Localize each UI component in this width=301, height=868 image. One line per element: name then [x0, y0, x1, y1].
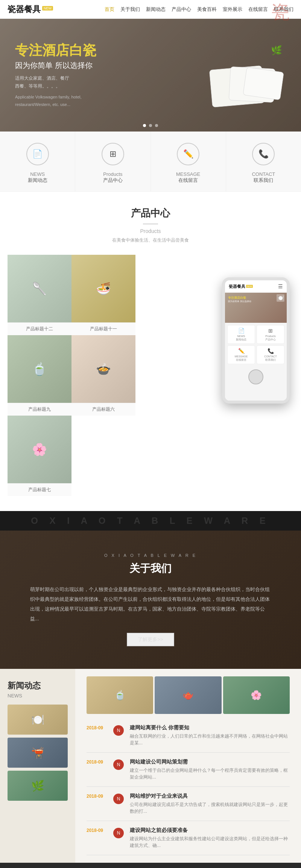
news-excerpt-1: 融合互联网的行业，人们日常的工作和生活越来越不开网络，在网络社会中网站是某...: [130, 733, 290, 746]
phone-message-label: MESSAGE在线留言: [235, 355, 248, 361]
news-content-1: 建网站离要什么 你需要知 融合互联网的行业，人们日常的工作和生活越来越不开网络，…: [130, 724, 290, 746]
plate-small: [243, 67, 284, 100]
bg-text-row: O X I A O T A B L E W A R E: [0, 511, 301, 531]
feature-products[interactable]: ⊞ Products 产品中心: [75, 132, 150, 191]
phone-feature-message[interactable]: ✏️ MESSAGE在线留言: [227, 345, 255, 364]
news-item-1[interactable]: 2018-09 N 建网站离要什么 你需要知 融合互联网的行业，人们日常的工作和…: [87, 718, 290, 753]
feature-message[interactable]: ✏️ MESSAGE 在线留言: [151, 132, 226, 191]
news-content-3: 网站维护对于企业来说具 公司在网站建设完成后不是大功告成了，搜索机钱就建设网站只…: [130, 793, 290, 815]
news-icon-2: N: [113, 759, 124, 770]
product-image-6: 🍲: [71, 335, 135, 403]
hero-dots: [143, 124, 158, 127]
news-sidebar: 新闻动态 NEWS 🍽️ 🫕 🌿: [0, 669, 75, 863]
products-content: 🥄 产品标题十二 🍜 产品标题十一 🍵 产品标题九 🍲 产品标题六 🌸 产品标题…: [8, 255, 293, 496]
hero-dot-2[interactable]: [149, 124, 152, 127]
header: 瓷器餐具 NEW 首页 关于我们 新闻动态 产品中心 美食百科 室外展示 在线留…: [0, 0, 301, 19]
feature-news[interactable]: 📄 NEWS 新闻动态: [0, 132, 75, 191]
phone-news-label: NEWS新闻动态: [236, 334, 246, 341]
news-label-zh: 新闻动态: [28, 177, 47, 184]
product-item-12[interactable]: 🥄 产品标题十二: [8, 255, 71, 335]
news-images: 🍽️ 🫕 🌿: [8, 705, 68, 801]
hero-banner: 专注酒店白瓷 因为你简单 所以选择你 适用大众家庭、酒店、餐厅 西餐、等等用。。…: [0, 19, 301, 132]
nav-showcase[interactable]: 室外展示: [223, 6, 242, 13]
news-icon-4: N: [113, 828, 124, 838]
news-content: 🍵 🫖 🌸 瓷 2018-09 N 建网站离要什么 你需要知 融合互联网的行业，…: [75, 669, 301, 863]
logo-area: 瓷器餐具 NEW: [8, 4, 53, 15]
nav-home[interactable]: 首页: [105, 6, 114, 13]
products-label-en: Products: [103, 171, 122, 177]
news-title-zh: 新闻动态: [8, 680, 68, 691]
product-item-6[interactable]: 🍲 产品标题六: [71, 335, 135, 416]
news-title-en: NEWS: [8, 693, 68, 699]
product-item-9[interactable]: 🍵 产品标题九: [8, 335, 71, 416]
main-nav: 首页 关于我们 新闻动态 产品中心 美食百科 室外展示 在线留言 联系我们: [105, 6, 293, 13]
product-item-11[interactable]: 🍜 产品标题十一: [71, 255, 135, 335]
products-title-zh: 产品中心: [8, 207, 293, 220]
news-top-img-3: 🌸: [223, 676, 290, 714]
phone-mockup: 瓷器餐具 NEW ☰ 专注酒店白瓷 因为你简单 所以选择你 🍽️ 📄 NEWS新…: [222, 277, 290, 404]
message-label-zh: 在线留言: [178, 177, 198, 184]
news-title-1: 建网站离要什么 你需要知: [130, 724, 290, 731]
news-date-1: 2018-09: [87, 725, 107, 746]
hero-dot-1[interactable]: [143, 124, 146, 127]
news-date-4: 2018-09: [87, 828, 107, 849]
product-item-7[interactable]: 🌸 产品标题七: [8, 416, 71, 496]
phone-contact-label: CONTACT联系我们: [264, 355, 277, 361]
features-row: 📄 NEWS 新闻动态 ⊞ Products 产品中心 ✏️ MESSAGE 在…: [0, 132, 301, 192]
phone-header: 瓷器餐具 NEW ☰: [225, 280, 287, 293]
phone-products-icon: ⊞: [268, 328, 273, 334]
news-date-2: 2018-09: [87, 759, 107, 780]
product-image-12: 🥄: [8, 255, 71, 322]
product-label-11: 产品标题十一: [71, 322, 135, 335]
message-label-en: MESSAGE: [176, 171, 200, 177]
news-excerpt-4: 建设网站为什么主企业建筑和服务性建站公司建设这类网站，但是还给选择一种建筑方式、…: [130, 835, 290, 849]
phone-logo-area: 瓷器餐具 NEW: [229, 284, 253, 289]
phone-home-button[interactable]: [248, 369, 263, 384]
news-icon-1: N: [113, 725, 124, 736]
news-top-img-2: 🫖: [155, 676, 221, 714]
contact-label-en: CONTACT: [252, 171, 275, 177]
products-header: 产品中心 Products 在美食中体验生活、在生活中品尝美食: [8, 207, 293, 243]
phone-screen: 瓷器餐具 NEW ☰ 专注酒店白瓷 因为你简单 所以选择你 🍽️ 📄 NEWS新…: [225, 280, 287, 401]
news-image-1: 🍽️: [8, 705, 68, 735]
about-text: 萌芽时期在公司出现以前，个人独资企业是最典型的企业形式，与独资企业并存的最各种合…: [30, 585, 271, 624]
hero-subtitle: 因为你简单 所以选择你: [15, 60, 181, 71]
news-image-3: 🌿: [8, 771, 68, 801]
phone-features: 📄 NEWS新闻动态 ⊞ Products产品中心 ✏️ MESSAGE在线留言…: [225, 323, 287, 366]
phone-feature-contact[interactable]: 📞 CONTACT联系我们: [257, 345, 284, 364]
phone-news-icon: 📄: [238, 328, 245, 334]
phone-hero-title: 专注酒店白瓷: [228, 296, 284, 300]
about-more-button[interactable]: 了解更多>>: [127, 633, 174, 646]
news-item-4[interactable]: 2018-09 N 建设网站之前必须要准备 建设网站为什么主企业建筑和服务性建站…: [87, 821, 290, 855]
news-top-images: 🍵 🫖 🌸 瓷: [87, 676, 290, 714]
logo-badge: NEW: [42, 6, 53, 11]
products-icon: ⊞: [102, 143, 124, 165]
nav-message[interactable]: 在线留言: [248, 6, 268, 13]
nav-about[interactable]: 关于我们: [120, 6, 140, 13]
phone-feature-products[interactable]: ⊞ Products产品中心: [257, 325, 284, 344]
hero-dot-3[interactable]: [155, 124, 158, 127]
news-list: 2018-09 N 建网站离要什么 你需要知 融合互联网的行业，人们日常的工作和…: [87, 718, 290, 855]
news-label-en: NEWS: [30, 171, 45, 177]
phone-menu-icon[interactable]: ☰: [278, 283, 283, 289]
phone-hero-sub: 因为你简单 所以选择你: [228, 300, 284, 303]
news-icon-3: N: [113, 794, 124, 804]
phone-feature-news[interactable]: 📄 NEWS新闻动态: [227, 325, 255, 344]
nav-food[interactable]: 美食百科: [197, 6, 217, 13]
product-label-7: 产品标题七: [8, 483, 71, 496]
news-top-img-1: 🍵: [87, 676, 153, 714]
product-label-9: 产品标题九: [8, 403, 71, 416]
product-label-12: 产品标题十二: [8, 322, 71, 335]
nav-products[interactable]: 产品中心: [172, 6, 191, 13]
products-label-zh: 产品中心: [103, 177, 123, 184]
news-content-2: 网站建设公司网站策划需 建立一个维于自己的企业网站是种什么？每一个程序员肯定需要…: [130, 759, 290, 780]
product-image-9: 🍵: [8, 335, 71, 403]
nav-news[interactable]: 新闻动态: [146, 6, 166, 13]
product-image-7: 🌸: [8, 416, 71, 483]
news-item-3[interactable]: 2018-09 N 网站维护对于企业来说具 公司在网站建设完成后不是大功告成了，…: [87, 787, 290, 821]
news-item-2[interactable]: 2018-09 N 网站建设公司网站策划需 建立一个维于自己的企业网站是种什么？…: [87, 753, 290, 787]
phone-message-icon: ✏️: [238, 348, 245, 354]
product-label-6: 产品标题六: [71, 403, 135, 416]
feature-contact[interactable]: 📞 CONTACT 联系我们: [226, 132, 301, 191]
logo-text: 瓷器餐具: [8, 4, 41, 15]
